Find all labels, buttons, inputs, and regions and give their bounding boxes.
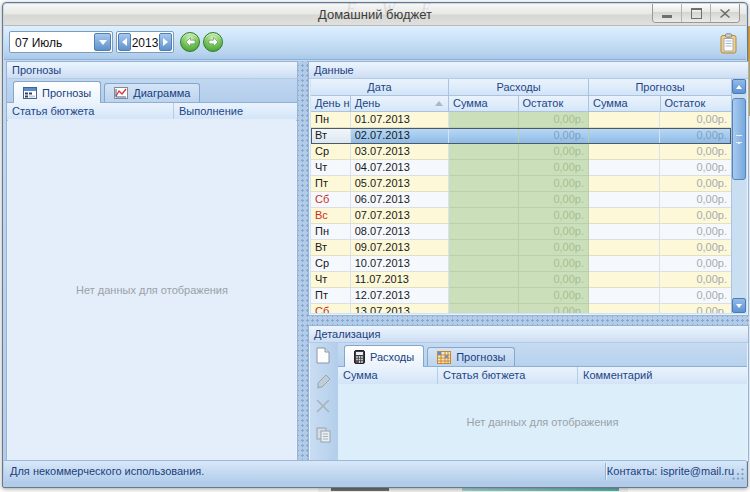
table-row[interactable]: Пт05.07.20130,00р.0,00р.: [311, 176, 731, 192]
month-dropdown[interactable]: 07 Июль: [9, 31, 113, 53]
cell-forecast-sum: [589, 192, 660, 208]
cell-forecast-rest: 0,00р.: [660, 208, 731, 224]
cell-expenses-sum: [449, 112, 518, 128]
table-row[interactable]: Вс07.07.20130,00р.0,00р.: [311, 208, 731, 224]
statusbar-divider: [605, 463, 606, 480]
tab-label: Прогнозы: [456, 351, 505, 363]
cell-weekday: Вс: [311, 208, 351, 224]
vertical-splitter[interactable]: [298, 61, 308, 462]
data-table: Дата Расходы Прогнозы День н День Сумма …: [311, 79, 732, 313]
tab-diagram[interactable]: Диаграмма: [104, 83, 200, 102]
scroll-down-button[interactable]: [732, 298, 746, 313]
cell-date: 05.07.2013: [351, 176, 449, 192]
table-row[interactable]: Ср03.07.20130,00р.0,00р.: [311, 144, 731, 160]
cell-weekday: Пт: [311, 288, 351, 304]
column-header-expenses-rest[interactable]: Остаток: [519, 96, 590, 112]
cell-date: 12.07.2013: [351, 288, 449, 304]
cell-expenses-sum: [449, 192, 518, 208]
table-icon: [23, 87, 37, 99]
tab-expenses[interactable]: Расходы: [344, 345, 424, 367]
cell-expenses-sum: [449, 160, 518, 176]
column-header-execution[interactable]: Выполнение: [174, 103, 297, 120]
caption-buttons: [652, 4, 740, 23]
table-row[interactable]: Чт04.07.20130,00р.0,00р.: [311, 160, 731, 176]
paste-report-button[interactable]: [717, 31, 739, 55]
table-row[interactable]: Пт12.07.20130,00р.0,00р.: [311, 288, 731, 304]
table-row[interactable]: Сб13.07.20130,00р.0,00р.: [311, 304, 731, 313]
maximize-icon: [691, 8, 702, 19]
group-header-expenses[interactable]: Расходы: [449, 79, 589, 96]
cell-forecast-sum: [589, 160, 660, 176]
chevron-right-icon: [163, 38, 168, 46]
column-header-row: День н День Сумма Остаток Сумма Остаток: [311, 96, 731, 112]
cell-expenses-rest: 0,00р.: [519, 192, 590, 208]
no-data-text: Нет данных для отображения: [467, 416, 619, 428]
minimize-icon: [662, 15, 672, 18]
chart-icon: [114, 87, 128, 99]
table-row[interactable]: Вт02.07.20130,00р.0,00р.: [311, 128, 731, 144]
column-header-sum[interactable]: Сумма: [338, 367, 438, 384]
cell-weekday: Вт: [311, 240, 351, 256]
cell-weekday: Вт: [311, 128, 351, 144]
cell-date: 02.07.2013: [351, 128, 449, 144]
column-header-forecast-sum[interactable]: Сумма: [589, 96, 660, 112]
forecast-empty-area: Нет данных для отображения: [8, 119, 296, 460]
detail-empty-area: Нет данных для отображения: [338, 384, 747, 460]
group-header-date[interactable]: Дата: [311, 79, 449, 96]
maximize-button[interactable]: [682, 4, 711, 22]
year-next-button[interactable]: [159, 33, 172, 51]
table-row[interactable]: Ср10.07.20130,00р.0,00р.: [311, 256, 731, 272]
table-row[interactable]: Чт11.07.20130,00р.0,00р.: [311, 272, 731, 288]
edit-record-button[interactable]: [316, 373, 332, 389]
column-header-weekday[interactable]: День н: [311, 96, 351, 112]
month-dropdown-button[interactable]: [94, 33, 111, 51]
scrollbar-thumb[interactable]: [732, 98, 746, 180]
cell-forecast-rest: 0,00р.: [660, 272, 731, 288]
cell-expenses-sum: [449, 208, 518, 224]
table-row[interactable]: Вт09.07.20130,00р.0,00р.: [311, 240, 731, 256]
column-header-forecast-rest[interactable]: Остаток: [661, 96, 731, 112]
minimize-button[interactable]: [653, 4, 682, 22]
detail-main: Расходы Прогнозы Сумма Статья бютжета Ко…: [338, 343, 747, 460]
tab-forecasts[interactable]: Прогнозы: [13, 81, 101, 103]
table-row[interactable]: Пн01.07.20130,00р.0,00р.: [311, 112, 731, 128]
table-row[interactable]: Сб06.07.20130,00р.0,00р.: [311, 192, 731, 208]
group-header-row: Дата Расходы Прогнозы: [311, 79, 731, 96]
tab-label: Расходы: [370, 351, 414, 363]
cell-expenses-rest: 0,00р.: [519, 144, 590, 160]
group-header-forecasts[interactable]: Прогнозы: [589, 79, 731, 96]
chevron-down-icon: [99, 40, 107, 45]
horizontal-splitter[interactable]: [308, 316, 749, 325]
cell-forecast-rest: 0,00р.: [660, 224, 731, 240]
year-spinner[interactable]: 2013: [116, 31, 174, 53]
titlebar[interactable]: Домашний бюджет: [4, 4, 746, 26]
cell-forecast-rest: 0,00р.: [660, 128, 731, 144]
cell-expenses-rest: 0,00р.: [519, 288, 590, 304]
cell-forecast-sum: [589, 208, 660, 224]
cell-weekday: Ср: [311, 256, 351, 272]
tab-detail-forecasts[interactable]: Прогнозы: [427, 347, 515, 366]
column-header-budget-item[interactable]: Статья бютжета: [7, 103, 174, 120]
delete-record-button[interactable]: [316, 399, 332, 415]
resize-grip[interactable]: [732, 468, 745, 481]
navigate-forward-button[interactable]: [203, 32, 223, 52]
scroll-up-button[interactable]: [732, 79, 746, 94]
table-row[interactable]: Пн08.07.20130,00р.0,00р.: [311, 224, 731, 240]
column-header-day[interactable]: День: [351, 96, 449, 112]
add-record-button[interactable]: [316, 347, 332, 363]
cell-date: 08.07.2013: [351, 224, 449, 240]
column-header-budget-item[interactable]: Статья бютжета: [438, 367, 578, 384]
close-icon: [720, 9, 730, 18]
copy-record-button[interactable]: [316, 427, 332, 443]
column-header-comment[interactable]: Комментарий: [578, 367, 747, 384]
vertical-scrollbar[interactable]: [732, 79, 746, 313]
calculator-icon: [354, 350, 365, 364]
cell-expenses-rest: 0,00р.: [519, 272, 590, 288]
tab-label: Диаграмма: [133, 87, 190, 99]
column-header-expenses-sum[interactable]: Сумма: [449, 96, 519, 112]
contacts-text: Контакты: isprite@mail.ru: [607, 465, 734, 477]
close-button[interactable]: [711, 4, 739, 22]
delete-x-icon: [316, 399, 330, 413]
navigate-back-button[interactable]: [180, 32, 200, 52]
cell-expenses-rest: 0,00р.: [519, 208, 590, 224]
